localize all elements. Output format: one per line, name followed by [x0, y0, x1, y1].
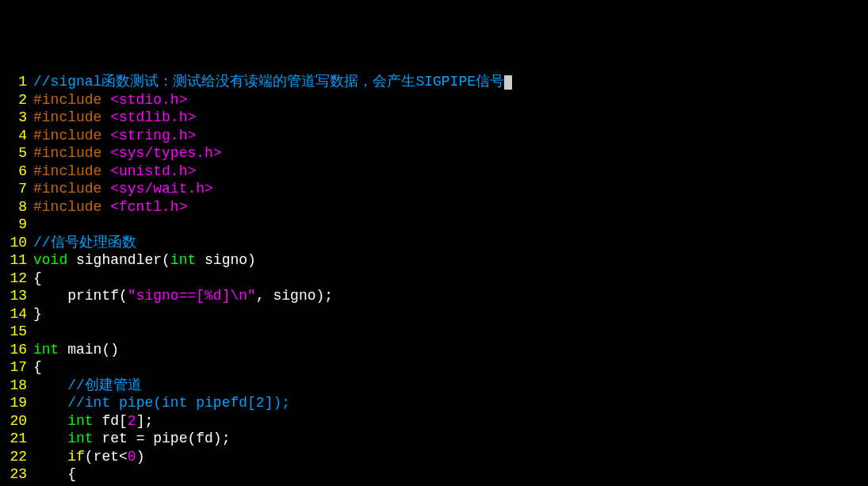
- line-number: 6: [0, 163, 33, 181]
- code-token: ): [136, 449, 145, 465]
- code-token: printf(: [33, 288, 128, 304]
- code-line[interactable]: 16int main(): [0, 341, 868, 359]
- code-content[interactable]: printf("signo==[%d]\n", signo);: [33, 287, 333, 305]
- code-content[interactable]: {: [33, 270, 42, 288]
- line-number: 17: [0, 358, 33, 377]
- code-token: #include: [33, 92, 110, 108]
- code-editor[interactable]: 1//signal函数测试：测试给没有读端的管道写数据，会产生SIGPIPE信号…: [0, 73, 868, 486]
- code-content[interactable]: #include <fcntl.h>: [33, 198, 187, 216]
- code-token: #include: [33, 128, 110, 144]
- code-content[interactable]: #include <string.h>: [33, 127, 196, 145]
- code-content[interactable]: #include <sys/types.h>: [33, 144, 222, 163]
- code-token: sighandler(: [67, 252, 170, 268]
- code-line[interactable]: 15: [0, 323, 868, 341]
- code-content[interactable]: #include <sys/wait.h>: [33, 180, 213, 198]
- code-token: //signal函数测试：测试给没有读端的管道写数据，会产生SIGPIPE信号: [33, 74, 504, 90]
- code-token: [33, 449, 67, 465]
- line-number: 22: [0, 448, 33, 466]
- code-content[interactable]: {: [33, 358, 42, 377]
- code-line[interactable]: 3#include <stdlib.h>: [0, 109, 868, 127]
- code-content[interactable]: //创建管道: [33, 377, 142, 395]
- code-token: #include: [33, 181, 110, 197]
- line-number: 14: [0, 305, 33, 323]
- code-content[interactable]: int fd[2];: [33, 412, 153, 431]
- line-number: 12: [0, 270, 33, 288]
- code-line[interactable]: 6#include <unistd.h>: [0, 163, 868, 181]
- code-token: }: [33, 306, 42, 322]
- code-content[interactable]: int ret = pipe(fd);: [33, 430, 230, 448]
- code-token: void: [33, 252, 67, 268]
- code-line[interactable]: 23 {: [0, 465, 868, 484]
- line-number: 1: [0, 73, 33, 91]
- code-token: //创建管道: [67, 377, 142, 393]
- code-content[interactable]: #include <stdlib.h>: [33, 109, 196, 127]
- code-content[interactable]: //信号处理函数: [33, 234, 136, 252]
- code-token: ": [247, 288, 256, 304]
- code-content[interactable]: {: [33, 465, 76, 484]
- code-token: signo): [196, 252, 256, 268]
- line-number: 8: [0, 198, 33, 216]
- line-number: 18: [0, 377, 33, 395]
- code-content[interactable]: #include <unistd.h>: [33, 163, 196, 181]
- code-line[interactable]: 9: [0, 216, 868, 234]
- code-token: #include: [33, 163, 110, 179]
- code-token: #include: [33, 109, 110, 125]
- code-token: "signo==[%d]: [128, 288, 231, 304]
- code-line[interactable]: 12{: [0, 270, 868, 288]
- code-line[interactable]: 21 int ret = pipe(fd);: [0, 430, 868, 448]
- code-line[interactable]: 13 printf("signo==[%d]\n", signo);: [0, 287, 868, 305]
- code-token: [33, 395, 67, 411]
- code-line[interactable]: 22 if(ret<0): [0, 448, 868, 466]
- code-token: 2: [128, 413, 136, 429]
- code-content[interactable]: }: [33, 305, 42, 323]
- code-token: <string.h>: [110, 128, 196, 144]
- code-token: <unistd.h>: [110, 163, 196, 179]
- code-token: 0: [128, 449, 136, 465]
- code-token: //信号处理函数: [33, 235, 136, 251]
- code-token: [33, 377, 67, 393]
- line-number: 10: [0, 234, 33, 252]
- code-token: <stdio.h>: [110, 92, 187, 108]
- code-line[interactable]: 17{: [0, 358, 868, 377]
- code-line[interactable]: 18 //创建管道: [0, 377, 868, 395]
- line-number: 24: [0, 484, 33, 487]
- code-line[interactable]: 7#include <sys/wait.h>: [0, 180, 868, 198]
- line-number: 15: [0, 323, 33, 341]
- code-line[interactable]: 10//信号处理函数: [0, 234, 868, 252]
- line-number: 9: [0, 216, 33, 234]
- code-line[interactable]: 4#include <string.h>: [0, 127, 868, 145]
- code-token: #include: [33, 199, 110, 215]
- code-line[interactable]: 20 int fd[2];: [0, 412, 868, 431]
- code-content[interactable]: //signal函数测试：测试给没有读端的管道写数据，会产生SIGPIPE信号: [33, 73, 512, 91]
- code-line[interactable]: 5#include <sys/types.h>: [0, 144, 868, 163]
- code-content[interactable]: perror("pipe error");: [33, 484, 281, 487]
- code-content[interactable]: #include <stdio.h>: [33, 91, 187, 109]
- code-token: {: [33, 270, 42, 286]
- code-content[interactable]: int main(): [33, 341, 119, 359]
- code-content[interactable]: //int pipe(int pipefd[2]);: [33, 394, 290, 412]
- code-token: fd[: [94, 413, 128, 429]
- line-number: 23: [0, 465, 33, 484]
- code-token: int: [33, 342, 59, 358]
- code-token: <sys/wait.h>: [110, 181, 213, 197]
- code-token: main(): [59, 342, 119, 358]
- code-line[interactable]: 24 perror("pipe error");: [0, 484, 868, 487]
- code-line[interactable]: 1//signal函数测试：测试给没有读端的管道写数据，会产生SIGPIPE信号: [0, 73, 868, 91]
- code-token: <stdlib.h>: [110, 109, 196, 125]
- code-line[interactable]: 14}: [0, 305, 868, 323]
- code-line[interactable]: 19 //int pipe(int pipefd[2]);: [0, 394, 868, 412]
- code-content[interactable]: if(ret<0): [33, 448, 144, 466]
- code-content[interactable]: void sighandler(int signo): [33, 251, 256, 270]
- line-number: 7: [0, 180, 33, 198]
- code-token: (ret<: [85, 449, 128, 465]
- line-number: 5: [0, 144, 33, 163]
- line-number: 16: [0, 341, 33, 359]
- code-token: {: [33, 359, 42, 375]
- code-line[interactable]: 11void sighandler(int signo): [0, 251, 868, 270]
- code-line[interactable]: 2#include <stdio.h>: [0, 91, 868, 109]
- line-number: 20: [0, 412, 33, 431]
- code-line[interactable]: 8#include <fcntl.h>: [0, 198, 868, 216]
- code-token: {: [33, 466, 76, 482]
- code-token: <fcntl.h>: [110, 199, 187, 215]
- line-number: 2: [0, 91, 33, 109]
